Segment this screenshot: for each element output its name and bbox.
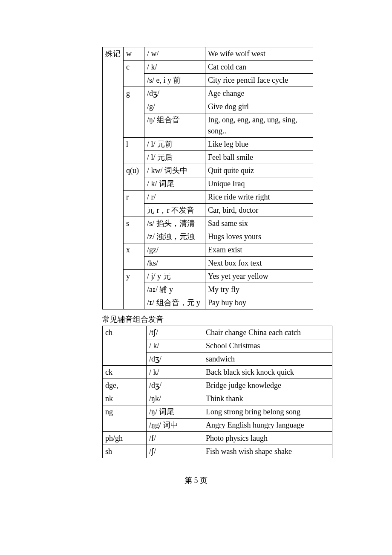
phon-cell: /ŋg/ 词中 [147,419,203,432]
example-cell: Think thank [203,392,332,405]
phon-cell: /ŋ/ 组合音 [144,113,205,138]
example-cell: Back black sick knock quick [203,366,332,379]
section-title: 常见辅音组合发音 [102,313,354,326]
letter-cell: c [124,61,144,87]
example-cell: Give dog girl [205,100,313,113]
example-cell: Angry English hungry language [203,419,332,432]
table-row: ck / k/ Back black sick knock quick [103,366,332,379]
example-cell: Car, bird, doctor [205,204,313,217]
table-special-consonants: 殊记 w / w/ We wife wolf west c / k/ Cat c… [102,47,313,309]
phon-cell: /gz/ [144,243,205,257]
letter-cell: x [124,243,144,270]
letter-cell: g [124,87,144,138]
phon-cell: /dʒ/ [144,87,205,100]
example-cell: Pay buy boy [205,296,313,309]
phon-cell: /aɪ/ 辅 y [144,283,205,296]
table-row: x /gz/ Exam exist [103,243,313,257]
example-cell: Yes yet year yellow [205,270,313,283]
phon-cell: / l/ 元后 [144,151,205,164]
table-row: dge, /dʒ/ Bridge judge knowledge [103,379,332,392]
phon-cell: / r/ [144,191,205,204]
example-cell: Sad same six [205,217,313,230]
combo-cell: ch [103,326,147,366]
phon-cell: / l/ 元前 [144,138,205,151]
table-row: 殊记 w / w/ We wife wolf west [103,47,313,61]
phon-cell: /ŋ/ 词尾 [147,405,203,419]
phon-cell: /dʒ/ [147,353,203,366]
phon-cell: / j/ y 元 [144,270,205,283]
phon-cell: /dʒ/ [147,379,203,392]
category-cell: 殊记 [103,47,124,309]
table-row: sh /ʃ/ Fish wash wish shape shake [103,445,332,458]
phon-cell: /ʃ/ [147,445,203,458]
phon-cell: / k/ [147,339,203,353]
phon-cell: 元 r，r 不发音 [144,204,205,217]
phon-cell: /f/ [147,432,203,445]
letter-cell: l [124,138,144,164]
table-row: l / l/ 元前 Like leg blue [103,138,313,151]
example-cell: Like leg blue [205,138,313,151]
phon-cell: /ks/ [144,257,205,270]
phon-cell: /z/ 浊浊，元浊 [144,230,205,243]
example-cell: City rice pencil face cycle [205,74,313,87]
example-cell: We wife wolf west [205,47,313,61]
table-row: r / r/ Rice ride write right [103,191,313,204]
page: 殊记 w / w/ We wife wolf west c / k/ Cat c… [0,0,392,503]
phon-cell: /ŋk/ [147,392,203,405]
phon-cell: /s/ 掐头，清清 [144,217,205,230]
combo-cell: ck [103,366,147,379]
table-row: q(u) / kw/ 词头中 Quit quite quiz [103,164,313,177]
letter-cell: s [124,217,144,243]
phon-cell: /g/ [144,100,205,113]
phon-cell: / k/ [144,61,205,74]
example-cell: Rice ride write right [205,191,313,204]
example-cell: Ing, ong, eng, ang, ung, sing, song.. [205,113,313,138]
table-row: ch /tʃ/ Chair change China each catch [103,326,332,339]
phon-cell: /s/ e, i y 前 [144,74,205,87]
letter-cell: w [124,47,144,61]
page-footer: 第 5 页 [38,475,354,486]
phon-cell: / k/ [147,366,203,379]
example-cell: Next box fox text [205,257,313,270]
example-cell: Unique Iraq [205,177,313,191]
table-consonant-combos: ch /tʃ/ Chair change China each catch / … [102,326,332,458]
phon-cell: / w/ [144,47,205,61]
example-cell: Long strong bring belong song [203,405,332,419]
example-cell: Cat cold can [205,61,313,74]
phon-cell: /ɪ/ 组合音，元 y [144,296,205,309]
example-cell: Hugs loves yours [205,230,313,243]
example-cell: School Christmas [203,339,332,353]
combo-cell: nk [103,392,147,405]
table-row: s /s/ 掐头，清清 Sad same six [103,217,313,230]
table-row: ng /ŋ/ 词尾 Long strong bring belong song [103,405,332,419]
phon-cell: / kw/ 词头中 [144,164,205,177]
example-cell: Exam exist [205,243,313,257]
table-row: c / k/ Cat cold can [103,61,313,74]
example-cell: Quit quite quiz [205,164,313,177]
letter-cell: r [124,191,144,217]
combo-cell: sh [103,445,147,458]
example-cell: My try fly [205,283,313,296]
combo-cell: ng [103,405,147,432]
combo-cell: dge, [103,379,147,392]
table-row: y / j/ y 元 Yes yet year yellow [103,270,313,283]
table-row: g /dʒ/ Age change [103,87,313,100]
table-row: ph/gh /f/ Photo physics laugh [103,432,332,445]
phon-cell: / k/ 词尾 [144,177,205,191]
example-cell: Age change [205,87,313,100]
combo-cell: ph/gh [103,432,147,445]
example-cell: Photo physics laugh [203,432,332,445]
letter-cell: q(u) [124,164,144,191]
example-cell: Bridge judge knowledge [203,379,332,392]
example-cell: Fish wash wish shape shake [203,445,332,458]
letter-cell: y [124,270,144,309]
example-cell: Feel ball smile [205,151,313,164]
phon-cell: /tʃ/ [147,326,203,339]
example-cell: Chair change China each catch [203,326,332,339]
table-row: nk /ŋk/ Think thank [103,392,332,405]
example-cell: sandwich [203,353,332,366]
